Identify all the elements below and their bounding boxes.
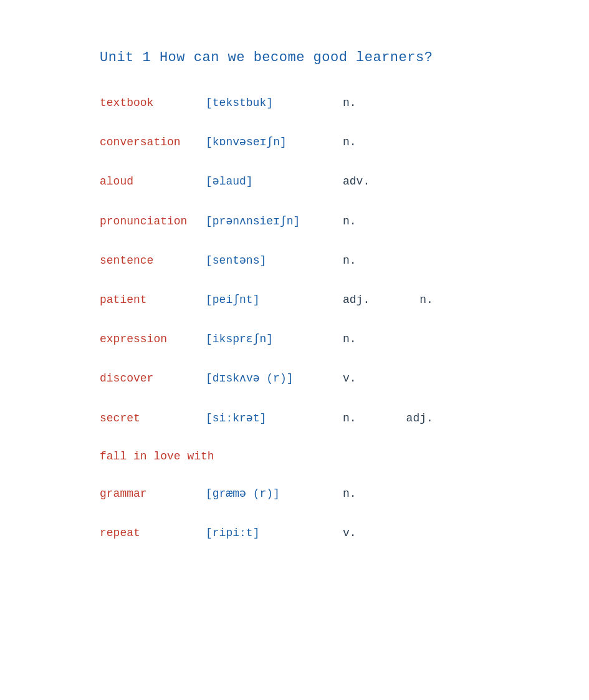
vocab-entry: grammar[græmə (r)]n. [100,486,489,502]
vocab-word: conversation [100,135,206,150]
vocabulary-list: textbook[tekstbuk]n.conversation[kɒnvəse… [100,95,489,541]
vocab-pos1: v. [343,525,357,541]
vocab-word: repeat [100,525,206,541]
vocab-phonetic: [iksprɛʃn] [206,332,343,347]
vocab-phonetic: [ripiːt] [206,525,343,541]
vocab-pos1: v. [343,371,357,386]
vocab-entry: discover[dɪskʌvə (r)]v. [100,371,489,386]
vocab-entry: expression[iksprɛʃn]n. [100,332,489,347]
vocab-phonetic: [əlaud] [206,174,343,189]
vocab-pos1: adj. [343,292,370,308]
vocab-pos1: n. [343,411,357,426]
vocab-word: aloud [100,174,206,189]
vocab-phonetic: [peiʃnt] [206,292,343,308]
vocab-pos1: n. [343,486,357,502]
vocab-pos1: n. [343,332,357,347]
vocab-phonetic: [tekstbuk] [206,95,343,111]
vocab-phonetic: [sentəns] [206,253,343,269]
vocab-word: fall in love with [100,450,214,463]
vocab-pos2: n. [419,292,433,308]
vocab-entry: textbook[tekstbuk]n. [100,95,489,111]
vocab-entry: sentence[sentəns]n. [100,253,489,269]
vocab-pos2: adj. [406,411,433,426]
vocab-phonetic: [græmə (r)] [206,486,343,502]
vocab-word: secret [100,411,206,426]
vocab-phonetic: [kɒnvəseɪʃn] [206,135,343,150]
vocab-word: grammar [100,486,206,502]
vocab-phonetic: [siːkrət] [206,411,343,426]
vocab-pos1: n. [343,253,357,269]
vocab-word: discover [100,371,206,386]
vocab-pos1: n. [343,214,357,229]
vocab-pos1: adv. [343,174,370,189]
vocab-entry: aloud[əlaud]adv. [100,174,489,189]
vocab-word: sentence [100,253,206,269]
vocab-word: pronunciation [100,214,206,229]
vocab-phonetic: [prənʌnsieɪʃn] [206,214,343,229]
vocab-entry: secret[siːkrət]n.adj. [100,411,489,426]
vocab-entry: fall in love with [100,450,489,463]
vocab-entry: pronunciation[prənʌnsieɪʃn]n. [100,214,489,229]
vocab-pos1: n. [343,135,357,150]
vocab-word: expression [100,332,206,347]
vocab-entry: repeat[ripiːt]v. [100,525,489,541]
vocab-entry: patient[peiʃnt]adj.n. [100,292,489,308]
vocab-pos1: n. [343,95,357,111]
vocab-word: patient [100,292,206,308]
vocab-phonetic: [dɪskʌvə (r)] [206,371,343,386]
vocab-word: textbook [100,95,206,111]
vocab-entry: conversation[kɒnvəseɪʃn]n. [100,135,489,150]
unit-title: Unit 1 How can we become good learners? [100,50,489,65]
